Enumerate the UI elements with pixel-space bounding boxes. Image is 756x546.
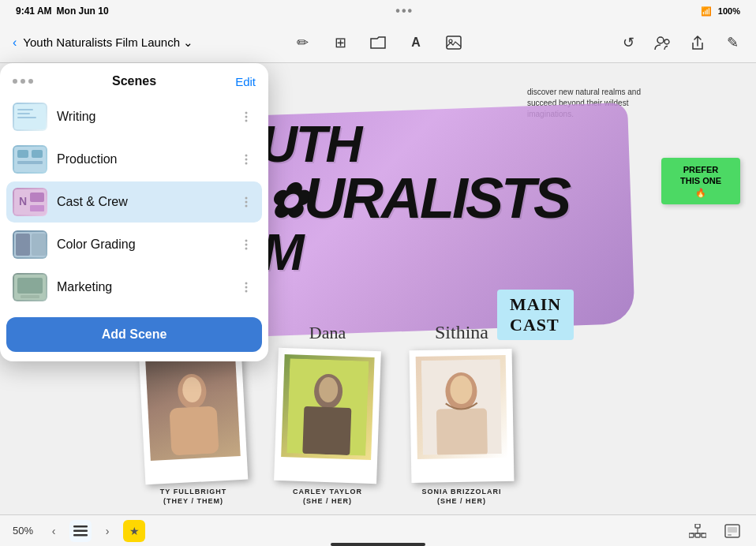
svg-point-47 [245, 282, 248, 285]
battery: 100% [718, 6, 740, 16]
cast-name-3: SONIA BRIZZOLARI(SHE / HER) [421, 487, 501, 507]
scene-thumb-color-grading [13, 230, 47, 259]
status-bar-dots: ••• [395, 4, 414, 18]
toolbar: ‹ Youth Naturalists Film Launch ⌄ ✏ ⊞ A … [0, 22, 756, 63]
svg-rect-20 [17, 117, 36, 118]
scene-thumb-cast-crew: N [13, 188, 47, 216]
svg-rect-55 [695, 533, 700, 537]
scene-more-writing[interactable] [237, 107, 256, 126]
svg-rect-54 [689, 533, 694, 537]
photo-1 [145, 353, 241, 461]
svg-point-29 [245, 159, 248, 161]
panel-dot-3 [28, 79, 33, 84]
polaroid-3 [410, 349, 515, 483]
date: Mon Jun 10 [57, 6, 109, 17]
svg-rect-7 [169, 406, 219, 455]
cast-signature-2: Dana [309, 323, 346, 343]
folder-icon[interactable] [367, 32, 389, 54]
panel-edit-button[interactable]: Edit [235, 75, 256, 88]
nav-star-button[interactable]: ★ [123, 520, 145, 542]
add-scene-button[interactable]: Add Scene [6, 317, 262, 352]
home-indicator [331, 543, 425, 546]
svg-point-37 [245, 205, 248, 208]
image-tool-icon[interactable] [443, 32, 465, 54]
svg-point-35 [245, 197, 248, 200]
scene-name-marketing: Marketing [57, 280, 237, 294]
share-icon[interactable] [687, 32, 709, 54]
scene-name-color-grading: Color Grading [57, 237, 237, 252]
scene-item-marketing[interactable]: Marketing [6, 267, 262, 308]
photo-2 [281, 354, 374, 460]
hierarchy-icon[interactable] [687, 520, 709, 542]
grid-icon[interactable]: ⊞ [329, 32, 351, 54]
svg-rect-50 [73, 525, 88, 528]
photo-3 [416, 355, 507, 459]
scene-name-cast-crew: Cast & Crew [57, 195, 237, 209]
panel-dots[interactable] [13, 79, 33, 84]
zoom-level[interactable]: 50% [13, 525, 33, 537]
cast-name-1: TY FULLBRIGHT(THEY / THEM) [160, 487, 226, 507]
svg-rect-61 [728, 534, 732, 536]
svg-rect-45 [17, 278, 43, 294]
toolbar-right: ↺ ✎ [617, 32, 743, 54]
bottom-toolbar-right [687, 520, 743, 542]
scene-item-cast-crew[interactable]: N Cast & Crew [6, 181, 262, 223]
panel-title: Scenes [112, 74, 156, 88]
scene-item-writing[interactable]: Writing [6, 96, 262, 137]
svg-point-41 [245, 240, 248, 242]
doc-title[interactable]: Youth Naturalists Film Launch ⌄ [23, 36, 193, 50]
status-bar-right: 📶 100% [701, 6, 740, 17]
svg-point-3 [664, 39, 669, 44]
nav-prev-button[interactable]: ‹ [43, 520, 65, 542]
scene-item-production[interactable]: Production [6, 139, 262, 180]
status-bar: 9:41 AM Mon Jun 10 ••• 📶 100% [0, 0, 756, 22]
svg-rect-34 [30, 205, 44, 211]
doc-title-text: Youth Naturalists Film Launch [23, 36, 180, 49]
nav-next-button[interactable]: › [96, 520, 118, 542]
history-icon[interactable]: ↺ [617, 32, 639, 54]
back-icon: ‹ [13, 36, 17, 50]
back-button[interactable]: ‹ [13, 36, 17, 50]
svg-point-22 [245, 116, 248, 118]
collaborate-icon[interactable] [652, 32, 674, 54]
slide-view-icon[interactable] [721, 520, 743, 542]
scene-name-writing: Writing [57, 110, 237, 124]
svg-point-23 [245, 120, 248, 122]
cast-name-2: CARLEY TAYLOR(SHE / HER) [293, 487, 362, 507]
scene-more-color-grading[interactable] [237, 235, 256, 254]
svg-rect-52 [73, 534, 88, 537]
svg-rect-53 [695, 524, 700, 528]
svg-point-28 [245, 155, 248, 157]
nav-list-button[interactable] [69, 520, 92, 542]
bottom-nav: ‹ › ★ [43, 520, 145, 542]
svg-point-2 [657, 37, 664, 43]
scene-item-color-grading[interactable]: Color Grading [6, 224, 262, 265]
edit-icon[interactable]: ✎ [721, 32, 743, 54]
svg-rect-40 [32, 234, 46, 256]
time: 9:41 AM [16, 6, 52, 17]
scene-thumb-marketing [13, 273, 47, 301]
svg-rect-15 [436, 408, 488, 454]
svg-point-49 [245, 290, 248, 293]
scene-more-production[interactable] [237, 150, 256, 169]
svg-point-30 [245, 163, 248, 165]
svg-rect-60 [728, 527, 737, 533]
polaroid-2 [274, 348, 381, 484]
text-tool-icon[interactable]: A [405, 32, 427, 54]
svg-rect-0 [447, 36, 461, 49]
svg-point-36 [245, 201, 248, 204]
svg-text:N: N [19, 195, 27, 208]
cast-member-3: Sithina SONIA BRIZZOLARI(SHE / HER) [410, 322, 513, 507]
wifi-icon: 📶 [701, 6, 712, 17]
svg-rect-27 [17, 161, 43, 164]
scene-more-cast-crew[interactable] [237, 193, 256, 211]
scene-list: Writing Production [0, 96, 268, 308]
scene-thumb-production [13, 145, 47, 174]
scene-more-marketing[interactable] [237, 278, 256, 297]
bottom-toolbar: 50% ‹ › ★ [0, 514, 756, 546]
svg-rect-51 [73, 529, 88, 532]
draw-tool-icon[interactable]: ✏ [291, 32, 313, 54]
svg-point-21 [245, 112, 248, 114]
svg-point-43 [245, 248, 248, 250]
svg-point-42 [245, 244, 248, 246]
